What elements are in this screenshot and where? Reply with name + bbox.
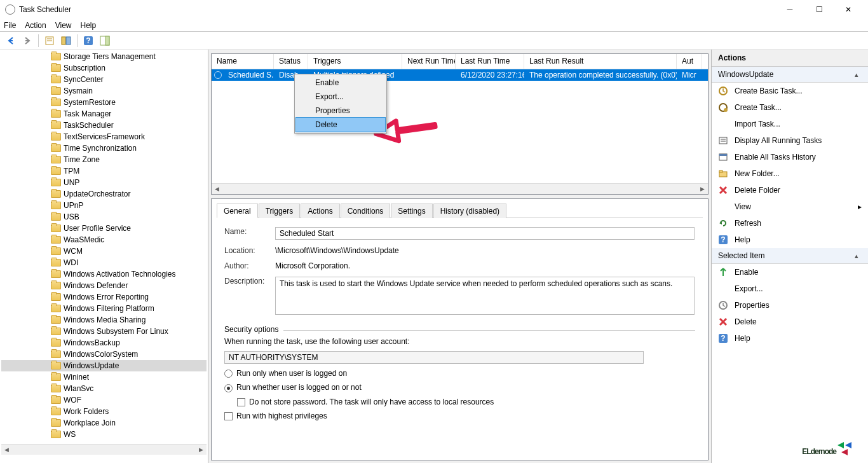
tree-item[interactable]: WindowsBackup (1, 337, 207, 349)
action-item[interactable]: ?Help (712, 232, 868, 248)
action-item[interactable]: Create Basic Task... (712, 83, 868, 99)
tree-item[interactable]: Time Zone (1, 154, 207, 165)
tree-item[interactable]: UNP (1, 177, 207, 188)
ctx-properties[interactable]: Properties (296, 104, 385, 118)
tree-item[interactable]: WCM (1, 245, 207, 257)
menu-file[interactable]: File (4, 21, 16, 30)
collapse-icon[interactable]: ▴ (851, 251, 862, 261)
column-header[interactable]: Name (212, 54, 274, 69)
tree-item[interactable]: WlanSvc (1, 383, 207, 394)
actions-section-windowsupdate[interactable]: WindowsUpdate ▴ (712, 67, 868, 83)
run-logged-on-radio[interactable] (224, 370, 233, 378)
menu-view[interactable]: View (55, 21, 72, 30)
task-row[interactable]: Scheduled S...Disab...Multiple triggers … (212, 69, 708, 81)
tree-item[interactable]: User Profile Service (1, 223, 207, 234)
scroll-right-arrow[interactable]: ▶ (697, 184, 708, 195)
scroll-left-arrow[interactable]: ◀ (212, 184, 222, 195)
tree-item[interactable]: TPM (1, 165, 207, 177)
tree-item[interactable]: Windows Activation Technologies (1, 268, 207, 280)
column-header[interactable]: Last Run Result (524, 54, 677, 69)
ctx-export[interactable]: Export... (296, 90, 385, 104)
tree-item[interactable]: WindowsUpdate (1, 360, 207, 371)
window-minimize-button[interactable]: ─ (775, 0, 804, 19)
tree-item[interactable]: Windows Error Reporting (1, 291, 207, 303)
tree-item[interactable]: UPnP (1, 200, 207, 211)
action-item[interactable]: Export... (712, 280, 868, 297)
scroll-right-arrow[interactable]: ▶ (196, 445, 207, 455)
menu-action[interactable]: Action (25, 21, 46, 30)
tree-item[interactable]: Storage Tiers Management (1, 51, 207, 62)
tree-item[interactable]: Workplace Join (1, 417, 207, 429)
folder-icon (51, 282, 61, 289)
tab[interactable]: History (disabled) (433, 204, 506, 218)
tree-item[interactable]: WDI (1, 257, 207, 268)
column-header[interactable]: Triggers (308, 54, 402, 69)
window-close-button[interactable]: ✕ (834, 0, 863, 19)
column-header[interactable]: Status (274, 54, 308, 69)
folder-tree[interactable]: Storage Tiers ManagementSubscriptionSync… (1, 51, 207, 444)
action-item[interactable]: Delete (712, 314, 868, 330)
tree-item[interactable]: Windows Media Sharing (1, 314, 207, 326)
action-item[interactable]: Enable All Tasks History (712, 149, 868, 165)
tree-item[interactable]: Task Manager (1, 108, 207, 120)
horizontal-scrollbar[interactable]: ◀ ▶ (212, 183, 708, 194)
no-store-password-checkbox[interactable] (237, 398, 245, 406)
tree-item[interactable]: SystemRestore (1, 97, 207, 108)
action-item[interactable]: Enable (712, 264, 868, 280)
tree-item[interactable]: Windows Defender (1, 280, 207, 291)
tree-item[interactable]: SyncCenter (1, 74, 207, 85)
tab[interactable]: Conditions (341, 204, 391, 218)
tab[interactable]: Triggers (259, 204, 301, 218)
toolbar-forward-button[interactable] (20, 34, 34, 48)
run-whether-radio[interactable] (224, 384, 233, 392)
action-item[interactable]: Create Task... (712, 99, 868, 116)
action-item[interactable]: Delete Folder (712, 182, 868, 198)
tree-item[interactable]: TaskScheduler (1, 120, 207, 131)
tree-item[interactable]: WS (1, 429, 207, 440)
description-textarea[interactable]: This task is used to start the Windows U… (275, 277, 695, 315)
tree-item[interactable]: Windows Filtering Platform (1, 303, 207, 314)
name-input[interactable]: Scheduled Start (275, 227, 695, 240)
task-list-header[interactable]: NameStatusTriggersNext Run TimeLast Run … (212, 54, 708, 69)
column-header[interactable]: Last Run Time (456, 54, 524, 69)
column-header[interactable]: Aut (677, 54, 702, 69)
ctx-delete[interactable]: Delete (296, 118, 385, 132)
toolbar-action-button[interactable] (98, 34, 112, 48)
tree-item[interactable]: UpdateOrchestrator (1, 188, 207, 200)
toolbar-back-button[interactable] (4, 34, 18, 48)
tree-item[interactable]: Sysmain (1, 85, 207, 97)
tree-item[interactable]: TextServicesFramework (1, 131, 207, 142)
tree-item[interactable]: WindowsColorSystem (1, 349, 207, 360)
highest-privileges-checkbox[interactable] (224, 412, 233, 420)
action-item[interactable]: Properties (712, 297, 868, 314)
tree-item[interactable]: WOF (1, 394, 207, 406)
column-header[interactable]: Next Run Time (402, 54, 456, 69)
tree-item[interactable]: USB (1, 211, 207, 223)
tab[interactable]: Settings (391, 204, 432, 218)
tree-item[interactable]: Wininet (1, 371, 207, 383)
tab[interactable]: General (217, 204, 258, 218)
toolbar-display-button[interactable] (59, 34, 73, 48)
ctx-enable[interactable]: Enable (296, 76, 385, 90)
toolbar-help-button[interactable]: ? (81, 34, 95, 48)
task-list-body[interactable]: Scheduled S...Disab...Multiple triggers … (212, 69, 708, 183)
tree-item[interactable]: Subscription (1, 62, 207, 74)
action-item[interactable]: New Folder... (712, 165, 868, 182)
action-item[interactable]: Import Task... (712, 116, 868, 132)
toolbar-properties-button[interactable] (43, 34, 57, 48)
collapse-icon[interactable]: ▴ (851, 69, 862, 79)
actions-section-selected-item[interactable]: Selected Item ▴ (712, 248, 868, 264)
tree-item[interactable]: WaaSMedic (1, 234, 207, 245)
action-item[interactable]: View▸ (712, 198, 868, 215)
window-maximize-button[interactable]: ☐ (804, 0, 834, 19)
action-item[interactable]: Refresh (712, 215, 868, 232)
action-item[interactable]: Display All Running Tasks (712, 132, 868, 149)
tree-item[interactable]: Time Synchronization (1, 142, 207, 154)
tree-item[interactable]: Work Folders (1, 406, 207, 417)
tab[interactable]: Actions (301, 204, 339, 218)
horizontal-scrollbar[interactable]: ◀ ▶ (1, 444, 207, 455)
action-item[interactable]: ?Help (712, 330, 868, 347)
tree-item[interactable]: Windows Subsystem For Linux (1, 326, 207, 337)
menu-help[interactable]: Help (81, 21, 97, 30)
scroll-left-arrow[interactable]: ◀ (1, 445, 12, 455)
